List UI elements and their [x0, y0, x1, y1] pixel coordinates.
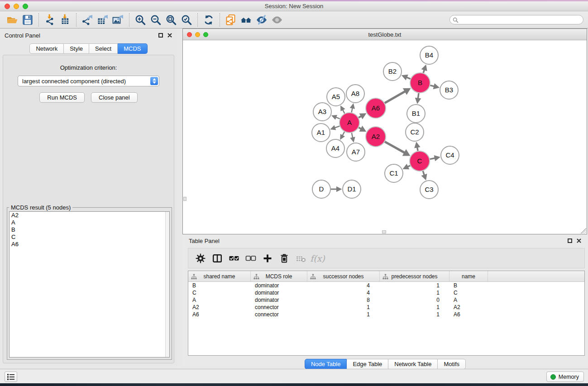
svg-text:C4: C4 — [445, 151, 454, 159]
close-panel-button[interactable]: Close panel — [91, 92, 138, 103]
close-table-panel-icon[interactable] — [576, 238, 582, 243]
open-file-icon[interactable] — [5, 13, 20, 27]
svg-text:A4: A4 — [331, 144, 339, 152]
table-row[interactable]: A2connector11A2 — [188, 304, 584, 311]
canvas-grip-left[interactable] — [183, 197, 186, 201]
export-image-icon[interactable] — [110, 13, 126, 27]
copy-network-icon[interactable] — [223, 13, 239, 27]
zoom-fit-icon[interactable] — [163, 13, 179, 27]
cell-MCDS-role[interactable]: connector — [251, 304, 307, 311]
cell-name[interactable]: B — [449, 282, 488, 289]
zoom-out-icon[interactable] — [148, 13, 163, 27]
column-header-MCDS-role[interactable]: MCDS role — [251, 271, 307, 281]
cell-name[interactable]: A6 — [449, 311, 488, 318]
column-header-predecessor-nodes[interactable]: predecessor nodes — [380, 271, 449, 281]
network-canvas[interactable]: B4B2BB3A8A5A6A3B1AC2A1A2A4A7C4CC1DD1C3 — [183, 40, 587, 234]
result-scrollbar[interactable] — [165, 212, 169, 357]
cell-predecessor-nodes[interactable]: 1 — [380, 282, 449, 289]
network-zoom-button[interactable] — [203, 32, 208, 37]
tab-node-table[interactable]: Node Table — [305, 359, 347, 369]
window-title: Session: New Session — [0, 3, 588, 10]
select-all-rows-icon[interactable] — [225, 251, 242, 266]
show-panel-icon[interactable] — [269, 13, 285, 27]
tab-mcds[interactable]: MCDS — [118, 43, 147, 54]
mcds-result-item[interactable]: A6 — [10, 241, 169, 248]
import-network-icon[interactable] — [42, 13, 57, 27]
cell-name[interactable]: A — [449, 296, 488, 304]
cell-successor-nodes[interactable]: 1 — [307, 304, 380, 311]
window-controls[interactable] — [5, 1, 28, 11]
float-table-panel-icon[interactable] — [568, 238, 572, 243]
cell-shared-name[interactable]: C — [188, 289, 251, 296]
cell-predecessor-nodes[interactable]: 1 — [380, 304, 449, 311]
cell-successor-nodes[interactable]: 4 — [307, 289, 380, 296]
network-minimize-button[interactable] — [195, 32, 200, 37]
tab-style[interactable]: Style — [64, 43, 89, 54]
home-icon[interactable] — [239, 13, 254, 27]
canvas-resize-grip[interactable] — [579, 226, 586, 234]
mcds-result-title: MCDS result (5 nodes) — [9, 204, 72, 211]
cell-successor-nodes[interactable]: 8 — [307, 296, 380, 304]
mcds-result-item[interactable]: B — [10, 226, 169, 234]
close-panel-icon[interactable] — [167, 33, 172, 38]
save-session-icon[interactable] — [20, 13, 35, 27]
table-mode-gear-icon[interactable] — [192, 251, 209, 266]
cell-MCDS-role[interactable]: dominator — [251, 296, 307, 304]
cell-shared-name[interactable]: A2 — [188, 304, 251, 311]
memory-button[interactable]: Memory — [546, 372, 584, 382]
cell-name[interactable]: C — [449, 289, 488, 296]
tab-select[interactable]: Select — [89, 43, 118, 54]
zoom-in-icon[interactable] — [133, 13, 148, 27]
network-window-titlebar[interactable]: testGlobe.txt — [183, 29, 587, 40]
table-row[interactable]: Adominator80A — [188, 296, 584, 304]
column-header-shared-name[interactable]: shared name — [188, 271, 251, 281]
task-history-button[interactable] — [5, 372, 17, 382]
run-mcds-button[interactable]: Run MCDS — [39, 92, 85, 103]
delete-column-icon[interactable] — [276, 251, 292, 266]
canvas-grip-bottom[interactable] — [382, 230, 386, 234]
network-close-button[interactable] — [187, 32, 192, 37]
deselect-all-rows-icon[interactable] — [242, 251, 259, 266]
column-header-name[interactable]: name — [449, 271, 488, 281]
tab-network-table[interactable]: Network Table — [388, 359, 438, 369]
cell-predecessor-nodes[interactable]: 1 — [380, 311, 449, 318]
svg-text:C: C — [417, 157, 422, 165]
search-input[interactable] — [449, 15, 583, 24]
mcds-result-item[interactable]: A — [10, 219, 169, 226]
import-table-icon[interactable] — [57, 13, 73, 27]
refresh-icon[interactable] — [201, 13, 216, 27]
cell-shared-name[interactable]: B — [188, 282, 251, 289]
float-panel-icon[interactable] — [158, 33, 163, 38]
svg-text:A6: A6 — [372, 104, 380, 112]
tab-network[interactable]: Network — [29, 43, 64, 54]
show-columns-icon[interactable] — [209, 251, 225, 266]
table-row[interactable]: Bdominator41B — [188, 282, 584, 289]
minimize-window-button[interactable] — [14, 4, 19, 9]
tab-motifs[interactable]: Motifs — [438, 359, 466, 369]
cell-MCDS-role[interactable]: dominator — [251, 289, 307, 296]
cell-shared-name[interactable]: A — [188, 296, 251, 304]
add-column-icon[interactable] — [259, 251, 276, 266]
tab-edge-table[interactable]: Edge Table — [347, 359, 388, 369]
hide-panel-icon[interactable] — [254, 13, 269, 27]
cell-MCDS-role[interactable]: connector — [251, 311, 307, 318]
criterion-select[interactable]: largest connected component (directed) — [18, 76, 159, 86]
zoom-selected-icon[interactable] — [179, 13, 194, 27]
export-table-icon[interactable] — [95, 13, 110, 27]
table-row[interactable]: Cdominator41C — [188, 289, 584, 296]
zoom-window-button[interactable] — [23, 4, 28, 9]
mcds-result-list[interactable]: A2ABCA6 — [9, 211, 170, 357]
mcds-result-item[interactable]: C — [10, 234, 169, 241]
table-row[interactable]: A6connector11A6 — [188, 311, 584, 318]
cell-successor-nodes[interactable]: 1 — [307, 311, 380, 318]
cell-predecessor-nodes[interactable]: 0 — [380, 296, 449, 304]
mcds-result-item[interactable]: A2 — [10, 212, 169, 219]
cell-MCDS-role[interactable]: dominator — [251, 282, 307, 289]
column-header-successor-nodes[interactable]: successor nodes — [307, 271, 380, 281]
cell-shared-name[interactable]: A6 — [188, 311, 251, 318]
close-window-button[interactable] — [5, 4, 10, 9]
cell-successor-nodes[interactable]: 4 — [307, 282, 380, 289]
cell-predecessor-nodes[interactable]: 1 — [380, 289, 449, 296]
export-network-icon[interactable] — [80, 13, 95, 27]
cell-name[interactable]: A2 — [449, 304, 488, 311]
